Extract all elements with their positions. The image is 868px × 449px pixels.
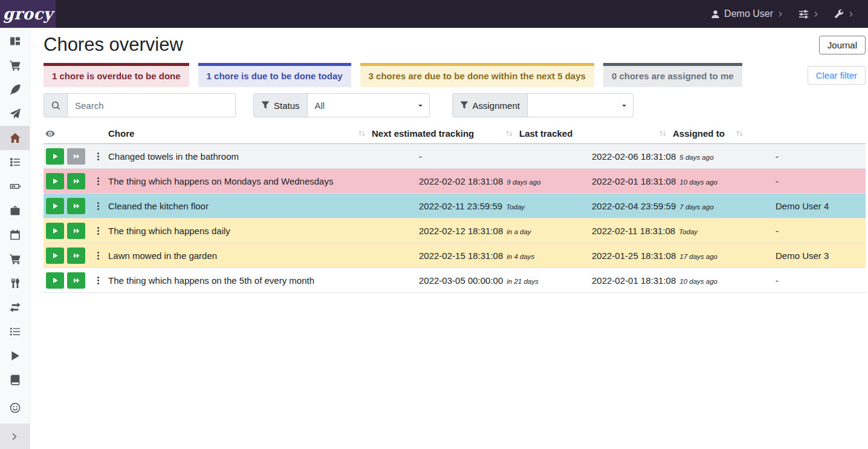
skip-chore-button[interactable] (67, 198, 85, 214)
user-menu[interactable]: Demo User (711, 8, 784, 19)
sidebar-item-cart[interactable] (0, 247, 30, 271)
book-icon (10, 375, 21, 385)
last-tracked-time: 2022-02-01 18:31:08 (592, 176, 676, 186)
row-menu-button[interactable] (91, 202, 105, 211)
last-tracked-relative: 10 days ago (679, 278, 717, 285)
track-chore-button[interactable] (46, 223, 64, 239)
page-header: Chores overview Journal (44, 31, 866, 58)
chevron-right-icon (848, 11, 855, 18)
ellipsis-icon (94, 202, 103, 211)
skip-chore-button[interactable] (67, 148, 85, 165)
ellipsis-icon (94, 251, 103, 260)
sort-icon (358, 129, 366, 137)
chevron-right-icon (777, 11, 784, 18)
search-group (44, 93, 236, 117)
sidebar-item-paper-plane[interactable] (0, 102, 30, 126)
track-chore-button[interactable] (46, 148, 64, 165)
cart-icon (10, 254, 21, 264)
row-menu-button[interactable] (91, 226, 105, 235)
last-tracked-relative: 10 days ago (679, 179, 717, 186)
assigned-to: - (776, 176, 866, 186)
app-logo[interactable]: grocy (0, 0, 56, 28)
skip-chore-button[interactable] (67, 223, 85, 239)
sidebar (0, 28, 30, 449)
chevron-right-icon (10, 432, 19, 441)
list-icon (10, 326, 21, 337)
logo-text: grocy (3, 5, 53, 23)
paper-plane-icon (10, 108, 21, 119)
sidebar-item-briefcase[interactable] (0, 198, 30, 223)
row-actions (44, 148, 108, 165)
track-chore-button[interactable] (46, 173, 64, 189)
home-icon (10, 133, 21, 143)
sidebar-item-utensils[interactable] (0, 271, 30, 295)
play-icon (52, 228, 59, 234)
chore-name: Cleaned the kitchen floor (108, 201, 419, 211)
sidebar-item-list[interactable] (0, 320, 30, 344)
status-banner-due-today[interactable]: 1 chore is due to be done today (198, 63, 351, 87)
sidebar-item-battery[interactable] (0, 174, 30, 198)
assigned-to: - (776, 226, 866, 236)
track-chore-button[interactable] (46, 272, 64, 289)
sidebar-item-feather[interactable] (0, 77, 30, 102)
column-header-last-tracked[interactable]: Last tracked (519, 128, 673, 139)
table-row: The thing which happens daily 2022-02-12… (44, 218, 866, 243)
table-row: The thing which happens on the 5th of ev… (44, 268, 866, 293)
toggle-visibility-button[interactable] (44, 129, 108, 139)
tools-menu[interactable] (834, 9, 855, 19)
journal-button[interactable]: Journal (819, 36, 866, 54)
track-chore-button[interactable] (46, 247, 64, 264)
column-header-assigned-to[interactable]: Assigned to (673, 128, 750, 139)
assignment-filter-label: Assignment (473, 100, 520, 111)
clear-filter-button[interactable]: Clear filter (808, 66, 866, 85)
assigned-to: - (776, 151, 866, 162)
ellipsis-icon (94, 276, 103, 285)
sidebar-item-dashboard[interactable] (0, 29, 30, 53)
chore-name: The thing which happens daily (108, 226, 419, 236)
settings-menu[interactable] (798, 9, 820, 19)
column-header-next-tracking[interactable]: Next estimated tracking (372, 128, 519, 139)
status-filter-label: Status (274, 100, 300, 111)
sidebar-item-exchange[interactable] (0, 295, 30, 320)
sidebar-collapse-toggle[interactable] (0, 424, 30, 449)
sidebar-item-tasks[interactable] (0, 150, 30, 174)
search-icon (51, 101, 60, 110)
row-menu-button[interactable] (91, 276, 105, 285)
smiley-icon (10, 402, 21, 413)
dashboard-icon (10, 36, 21, 47)
skip-chore-button[interactable] (67, 247, 85, 264)
skip-chore-button[interactable] (67, 272, 85, 289)
last-tracked-relative: 17 days ago (679, 253, 717, 260)
search-input[interactable] (68, 93, 236, 117)
sidebar-item-cart[interactable] (0, 53, 30, 77)
table-row: Changed towels in the bathroom - 2022-02… (44, 144, 866, 169)
assignment-select[interactable] (528, 93, 633, 117)
play-icon (52, 153, 59, 160)
status-select[interactable]: All (308, 93, 430, 117)
table-row: Lawn mowed in the garden 2022-02-15 18:3… (44, 243, 866, 268)
sidebar-item-calendar[interactable] (0, 223, 30, 247)
sidebar-item-book[interactable] (0, 368, 30, 392)
status-banner-assigned-me[interactable]: 0 chores are assigned to me (603, 63, 742, 87)
track-chore-button[interactable] (46, 198, 64, 214)
main-content: Chores overview Journal 1 chore is overd… (30, 28, 868, 449)
play-icon (52, 203, 59, 209)
sort-icon (505, 129, 513, 137)
row-menu-button[interactable] (91, 251, 105, 260)
sidebar-item-smiley[interactable] (0, 396, 30, 420)
fast-forward-icon (73, 252, 80, 259)
status-banner-overdue[interactable]: 1 chore is overdue to be done (44, 63, 189, 87)
play-icon (52, 277, 59, 284)
last-tracked-relative: Today (679, 228, 698, 235)
status-banner-due-soon[interactable]: 3 chores are due to be done within the n… (360, 63, 594, 87)
column-header-chore[interactable]: Chore (108, 128, 372, 139)
last-tracked-time: 2022-01-25 18:31:08 (592, 251, 676, 261)
sidebar-item-home[interactable] (0, 126, 30, 150)
skip-chore-button[interactable] (67, 173, 85, 189)
table-header: Chore Next estimated tracking Last track… (44, 123, 866, 144)
row-menu-button[interactable] (91, 177, 105, 186)
next-tracking-time: 2022-03-05 00:00:00 (419, 275, 503, 286)
row-menu-button[interactable] (91, 152, 105, 161)
next-tracking-relative: in 21 days (507, 278, 538, 285)
sidebar-item-play[interactable] (0, 344, 30, 368)
